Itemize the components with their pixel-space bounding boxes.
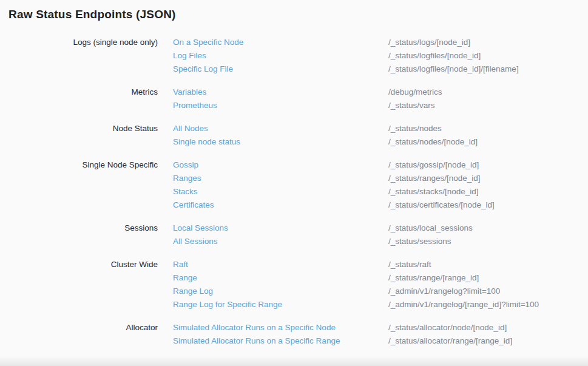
endpoint-link[interactable]: Ranges bbox=[173, 172, 388, 185]
endpoint-path: /_status/vars bbox=[388, 99, 435, 112]
endpoint-rows: Local Sessions/_status/local_sessionsAll… bbox=[173, 222, 588, 248]
endpoint-link[interactable]: Raft bbox=[173, 258, 388, 271]
endpoint-path: /_status/logfiles/[node_id] bbox=[388, 49, 481, 63]
endpoint-row: Single node status/_status/nodes/[node_i… bbox=[173, 135, 588, 149]
endpoint-rows: All Nodes/_status/nodesSingle node statu… bbox=[173, 122, 588, 149]
endpoint-groups: Logs (single node only)On a Specific Nod… bbox=[0, 36, 588, 348]
endpoint-row: Raft/_status/raft bbox=[173, 258, 588, 271]
endpoint-link[interactable]: All Nodes bbox=[173, 122, 388, 135]
endpoint-rows: Raft/_status/raftRange/_status/range/[ra… bbox=[173, 258, 588, 311]
endpoint-link[interactable]: Log Files bbox=[173, 49, 388, 63]
endpoint-group: Cluster WideRaft/_status/raftRange/_stat… bbox=[0, 258, 588, 311]
endpoint-link[interactable]: Stacks bbox=[173, 185, 388, 198]
endpoint-row: Range Log/_admin/v1/rangelog?limit=100 bbox=[173, 285, 588, 298]
endpoint-group: Logs (single node only)On a Specific Nod… bbox=[0, 36, 588, 76]
endpoint-row: Range/_status/range/[range_id] bbox=[173, 271, 588, 285]
endpoint-category-label: Cluster Wide bbox=[0, 258, 158, 311]
endpoint-group: Single Node SpecificGossip/_status/gossi… bbox=[0, 158, 588, 212]
endpoint-path: /_status/range/[range_id] bbox=[388, 271, 479, 285]
endpoint-link[interactable]: Variables bbox=[173, 86, 388, 99]
endpoint-path: /_status/local_sessions bbox=[388, 222, 473, 235]
endpoint-rows: Simulated Allocator Runs on a Specific N… bbox=[173, 321, 588, 348]
endpoint-row: Stacks/_status/stacks/[node_id] bbox=[173, 185, 588, 198]
endpoint-path: /_status/allocator/node/[node_id] bbox=[388, 321, 507, 334]
endpoint-rows: Variables/debug/metricsPrometheus/_statu… bbox=[173, 86, 588, 112]
endpoint-row: Ranges/_status/ranges/[node_id] bbox=[173, 172, 588, 185]
endpoint-row: Range Log for Specific Range/_admin/v1/r… bbox=[173, 298, 588, 311]
endpoint-category-label: Logs (single node only) bbox=[0, 36, 158, 76]
endpoint-category-label: Single Node Specific bbox=[0, 158, 158, 212]
endpoint-path: /_status/nodes/[node_id] bbox=[388, 135, 478, 149]
endpoint-path: /_status/gossip/[node_id] bbox=[388, 158, 479, 172]
endpoint-path: /_status/ranges/[node_id] bbox=[388, 172, 481, 185]
endpoint-path: /_status/raft bbox=[388, 258, 431, 271]
endpoint-path: /_status/sessions bbox=[388, 235, 451, 248]
endpoint-category-label: Sessions bbox=[0, 222, 158, 248]
endpoint-row: On a Specific Node/_status/logs/[node_id… bbox=[173, 36, 588, 49]
endpoint-link[interactable]: Simulated Allocator Runs on a Specific N… bbox=[173, 321, 388, 334]
endpoint-row: Log Files/_status/logfiles/[node_id] bbox=[173, 49, 588, 63]
endpoint-row: Local Sessions/_status/local_sessions bbox=[173, 222, 588, 235]
endpoint-rows: Gossip/_status/gossip/[node_id]Ranges/_s… bbox=[173, 158, 588, 212]
endpoint-path: /_status/stacks/[node_id] bbox=[388, 185, 479, 198]
endpoint-group: Node StatusAll Nodes/_status/nodesSingle… bbox=[0, 122, 588, 149]
endpoint-row: Simulated Allocator Runs on a Specific N… bbox=[173, 321, 588, 334]
endpoint-category-label: Metrics bbox=[0, 86, 158, 112]
endpoint-group: AllocatorSimulated Allocator Runs on a S… bbox=[0, 321, 588, 348]
endpoint-link[interactable]: Gossip bbox=[173, 158, 388, 172]
endpoint-link[interactable]: Prometheus bbox=[173, 99, 388, 112]
endpoint-link[interactable]: Range Log for Specific Range bbox=[173, 298, 388, 311]
raw-status-endpoints-page: Raw Status Endpoints (JSON) Logs (single… bbox=[0, 0, 588, 348]
bottom-page-edge bbox=[0, 356, 588, 366]
endpoint-path: /_status/logfiles/[node_id]/[filename] bbox=[388, 63, 519, 76]
endpoint-group: MetricsVariables/debug/metricsPrometheus… bbox=[0, 86, 588, 112]
endpoint-link[interactable]: All Sessions bbox=[173, 235, 388, 248]
endpoint-path: /_status/allocator/range/[range_id] bbox=[388, 334, 512, 348]
endpoint-path: /_status/logs/[node_id] bbox=[388, 36, 470, 49]
endpoint-row: Simulated Allocator Runs on a Specific R… bbox=[173, 334, 588, 348]
endpoint-category-label: Allocator bbox=[0, 321, 158, 348]
endpoint-row: Variables/debug/metrics bbox=[173, 86, 588, 99]
endpoint-row: All Sessions/_status/sessions bbox=[173, 235, 588, 248]
endpoint-link[interactable]: Simulated Allocator Runs on a Specific R… bbox=[173, 334, 388, 348]
endpoint-path: /debug/metrics bbox=[388, 86, 442, 99]
endpoint-category-label: Node Status bbox=[0, 122, 158, 149]
endpoint-row: Prometheus/_status/vars bbox=[173, 99, 588, 112]
endpoint-link[interactable]: On a Specific Node bbox=[173, 36, 388, 49]
endpoint-path: /_status/nodes bbox=[388, 122, 442, 135]
endpoint-link[interactable]: Specific Log File bbox=[173, 63, 388, 76]
endpoint-path: /_admin/v1/rangelog/[range_id]?limit=100 bbox=[388, 298, 539, 311]
endpoint-group: SessionsLocal Sessions/_status/local_ses… bbox=[0, 222, 588, 248]
endpoint-link[interactable]: Range Log bbox=[173, 285, 388, 298]
endpoint-link[interactable]: Range bbox=[173, 271, 388, 285]
endpoint-link[interactable]: Single node status bbox=[173, 135, 388, 149]
endpoint-path: /_admin/v1/rangelog?limit=100 bbox=[388, 285, 500, 298]
endpoint-row: Specific Log File/_status/logfiles/[node… bbox=[173, 63, 588, 76]
page-title: Raw Status Endpoints (JSON) bbox=[8, 8, 588, 21]
endpoint-row: Certificates/_status/certificates/[node_… bbox=[173, 198, 588, 212]
endpoint-row: Gossip/_status/gossip/[node_id] bbox=[173, 158, 588, 172]
endpoint-path: /_status/certificates/[node_id] bbox=[388, 198, 495, 212]
endpoint-link[interactable]: Local Sessions bbox=[173, 222, 388, 235]
endpoint-link[interactable]: Certificates bbox=[173, 198, 388, 212]
endpoint-rows: On a Specific Node/_status/logs/[node_id… bbox=[173, 36, 588, 76]
endpoint-row: All Nodes/_status/nodes bbox=[173, 122, 588, 135]
